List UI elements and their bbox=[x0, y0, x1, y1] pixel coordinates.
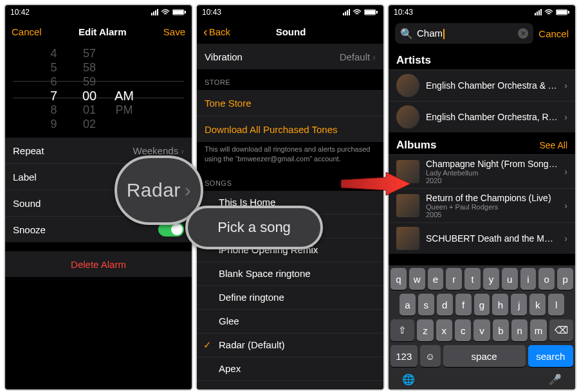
numbers-key[interactable]: 123 bbox=[391, 345, 418, 367]
wifi-icon bbox=[161, 9, 170, 15]
chevron-right-icon: › bbox=[372, 52, 376, 62]
key-m[interactable]: m bbox=[530, 319, 546, 341]
status-time: 10:43 bbox=[202, 8, 221, 17]
key-e[interactable]: e bbox=[428, 268, 444, 290]
keyboard[interactable]: qwertyuiop asdfghjkl ⇧ zxcvbnm ⌫ 123 ☺ s… bbox=[389, 265, 575, 389]
cancel-button[interactable]: Cancel bbox=[12, 26, 42, 37]
key-z[interactable]: z bbox=[417, 319, 433, 341]
signal-icon bbox=[535, 9, 542, 15]
artist-row[interactable]: English Chamber Orchestra & Mur…› bbox=[389, 69, 575, 101]
chevron-right-icon: › bbox=[564, 233, 567, 244]
status-time: 10:43 bbox=[394, 8, 413, 17]
space-key[interactable]: space bbox=[443, 345, 526, 367]
artist-thumb bbox=[396, 74, 419, 97]
page-title: Sound bbox=[276, 26, 306, 37]
nav-bar: Cancel Edit Alarm Save bbox=[5, 19, 192, 44]
store-header: STORE bbox=[197, 69, 383, 90]
song-row[interactable]: Define ringtone bbox=[197, 285, 383, 309]
chevron-right-icon: › bbox=[564, 80, 567, 91]
wifi-icon bbox=[544, 9, 553, 15]
chevron-right-icon: › bbox=[564, 200, 567, 211]
time-picker[interactable]: 456 7 89 575859 00 0102 AM PM bbox=[5, 46, 192, 131]
key-k[interactable]: k bbox=[529, 294, 546, 316]
key-x[interactable]: x bbox=[436, 319, 452, 341]
album-art bbox=[396, 227, 419, 250]
artists-header: Artists bbox=[396, 54, 431, 67]
svg-marker-9 bbox=[341, 172, 410, 195]
key-q[interactable]: q bbox=[391, 268, 407, 290]
clear-icon[interactable]: ✕ bbox=[518, 28, 528, 39]
search-input[interactable]: 🔍 Cham ✕ bbox=[395, 23, 533, 44]
tone-store-row[interactable]: Tone Store bbox=[197, 90, 383, 116]
svg-rect-7 bbox=[556, 10, 567, 14]
svg-rect-2 bbox=[185, 11, 186, 13]
album-art bbox=[396, 194, 419, 217]
chevron-left-icon: ‹ bbox=[203, 24, 208, 39]
screen-sound: 10:43 ‹Back Sound Vibration Default › ST… bbox=[196, 4, 385, 391]
battery-icon bbox=[172, 9, 187, 15]
chevron-right-icon: › bbox=[564, 112, 567, 122]
svg-rect-1 bbox=[173, 10, 183, 14]
key-d[interactable]: d bbox=[437, 294, 453, 316]
song-row[interactable]: Blank Space ringtone bbox=[197, 262, 383, 285]
arrow-icon bbox=[341, 171, 412, 197]
key-t[interactable]: t bbox=[464, 268, 481, 290]
see-all-button[interactable]: See All bbox=[539, 140, 567, 150]
search-key[interactable]: search bbox=[528, 345, 573, 367]
album-row[interactable]: Champagne Night (From Songlan…Lady Anteb… bbox=[389, 154, 575, 188]
song-row[interactable]: ✓Radar (Default) bbox=[197, 333, 383, 357]
search-icon: 🔍 bbox=[400, 28, 413, 40]
download-note: This will download all ringtones and ale… bbox=[197, 142, 383, 170]
key-p[interactable]: p bbox=[557, 268, 573, 290]
shift-key[interactable]: ⇧ bbox=[391, 319, 414, 341]
key-i[interactable]: i bbox=[520, 268, 537, 290]
key-y[interactable]: y bbox=[483, 268, 499, 290]
mic-icon[interactable]: 🎤 bbox=[549, 373, 562, 386]
delete-key[interactable]: ⌫ bbox=[549, 319, 573, 341]
key-s[interactable]: s bbox=[418, 294, 434, 316]
download-tones-row[interactable]: Download All Purchased Tones bbox=[197, 116, 383, 142]
cancel-button[interactable]: Cancel bbox=[538, 28, 569, 39]
vibration-row[interactable]: Vibration Default › bbox=[197, 44, 383, 69]
battery-icon bbox=[364, 9, 378, 15]
key-a[interactable]: a bbox=[400, 294, 416, 316]
song-row[interactable]: Apex bbox=[197, 357, 383, 380]
key-g[interactable]: g bbox=[474, 294, 490, 316]
check-icon: ✓ bbox=[203, 339, 212, 351]
status-bar: 10:42 bbox=[5, 5, 192, 19]
song-row[interactable]: Beacon bbox=[197, 380, 383, 391]
song-row[interactable]: Glee bbox=[197, 309, 383, 333]
album-row[interactable]: SCHUBERT Death and the Maiden…› bbox=[389, 222, 575, 254]
key-r[interactable]: r bbox=[446, 268, 462, 290]
status-bar: 10:43 bbox=[389, 5, 575, 19]
key-b[interactable]: b bbox=[493, 319, 509, 341]
signal-icon bbox=[151, 9, 158, 15]
battery-icon bbox=[556, 9, 570, 15]
status-bar: 10:43 bbox=[197, 5, 383, 19]
key-j[interactable]: j bbox=[511, 294, 527, 316]
emoji-key[interactable]: ☺ bbox=[420, 345, 441, 367]
key-v[interactable]: v bbox=[473, 319, 490, 341]
key-f[interactable]: f bbox=[455, 294, 472, 316]
globe-icon[interactable]: 🌐 bbox=[402, 373, 415, 386]
key-l[interactable]: l bbox=[548, 294, 564, 316]
artist-row[interactable]: English Chamber Orchestra, Richa…› bbox=[389, 101, 575, 132]
save-button[interactable]: Save bbox=[163, 26, 185, 37]
back-button[interactable]: ‹Back bbox=[203, 24, 230, 39]
svg-rect-4 bbox=[365, 10, 375, 14]
album-row[interactable]: Return of the Champions (Live)Queen + Pa… bbox=[389, 188, 575, 222]
chevron-right-icon: › bbox=[181, 146, 184, 156]
signal-icon bbox=[343, 9, 350, 15]
delete-alarm-button[interactable]: Delete Alarm bbox=[5, 251, 192, 277]
nav-bar: ‹Back Sound bbox=[197, 19, 383, 44]
key-w[interactable]: w bbox=[409, 268, 425, 290]
key-o[interactable]: o bbox=[538, 268, 555, 290]
wifi-icon bbox=[353, 9, 362, 15]
callout-pick-song: Pick a song bbox=[185, 206, 323, 249]
key-u[interactable]: u bbox=[502, 268, 518, 290]
key-n[interactable]: n bbox=[511, 319, 528, 341]
status-time: 10:42 bbox=[10, 8, 30, 17]
page-title: Edit Alarm bbox=[78, 26, 126, 37]
key-c[interactable]: c bbox=[455, 319, 471, 341]
key-h[interactable]: h bbox=[492, 294, 508, 316]
